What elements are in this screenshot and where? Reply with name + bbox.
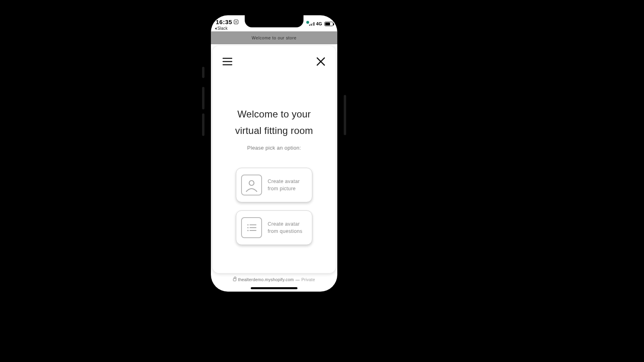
network-label: 4G: [316, 21, 322, 26]
modal-title: Welcome to your virtual fitting room: [224, 106, 324, 139]
list-questionnaire-icon: [241, 217, 262, 238]
option-picture-line1: Create avatar: [268, 179, 300, 184]
modal-subtitle: Please pick an option:: [224, 145, 324, 151]
option-create-from-picture[interactable]: Create avatar from picture: [236, 168, 312, 202]
phone-screen: 16:35 4G Slack Welcome: [211, 15, 337, 292]
return-app-label: Slack: [217, 26, 227, 31]
option-questions-line1: Create avatar: [268, 221, 302, 227]
browser-address-bar[interactable]: thealterdemo.myshopify.com — Private: [211, 274, 337, 285]
svg-point-6: [247, 224, 248, 225]
fitting-room-modal: Welcome to your virtual fitting room Ple…: [213, 46, 336, 273]
menu-button[interactable]: [222, 56, 233, 67]
store-announcement-bar: Welcome to our store: [211, 31, 337, 44]
avatar-photo-icon: [241, 175, 262, 195]
url-separator: —: [295, 277, 300, 282]
browser-url: thealterdemo.myshopify.com: [238, 277, 294, 282]
battery-icon: [324, 22, 333, 26]
svg-point-10: [247, 230, 248, 231]
hamburger-icon: [223, 58, 232, 66]
phone-notch: [245, 15, 303, 27]
location-indicator-icon: [234, 20, 238, 24]
return-to-app[interactable]: Slack: [215, 26, 227, 31]
phone-power-button: [344, 95, 346, 135]
option-picture-line2: from picture: [268, 186, 300, 191]
phone-frame: 16:35 4G Slack Welcome: [210, 14, 339, 293]
status-time-text: 16:35: [216, 19, 232, 25]
lock-icon: [233, 278, 236, 281]
option-create-from-questions[interactable]: Create avatar from questions: [236, 210, 312, 245]
camera-indicator-dot: [306, 21, 309, 24]
close-button[interactable]: [316, 56, 326, 67]
svg-point-8: [247, 227, 248, 228]
phone-silent-switch: [202, 67, 204, 78]
svg-point-5: [249, 181, 254, 185]
status-right-cluster: 4G: [309, 21, 333, 26]
status-time: 16:35: [216, 19, 238, 25]
close-icon: [316, 57, 325, 66]
private-mode-label: Private: [301, 277, 315, 282]
chevron-left-icon: [215, 27, 217, 30]
option-questions-line2: from questions: [268, 228, 302, 234]
home-indicator[interactable]: [251, 287, 297, 289]
phone-volume-down: [202, 113, 204, 136]
cellular-signal-icon: [309, 22, 314, 26]
phone-volume-up: [202, 87, 204, 109]
